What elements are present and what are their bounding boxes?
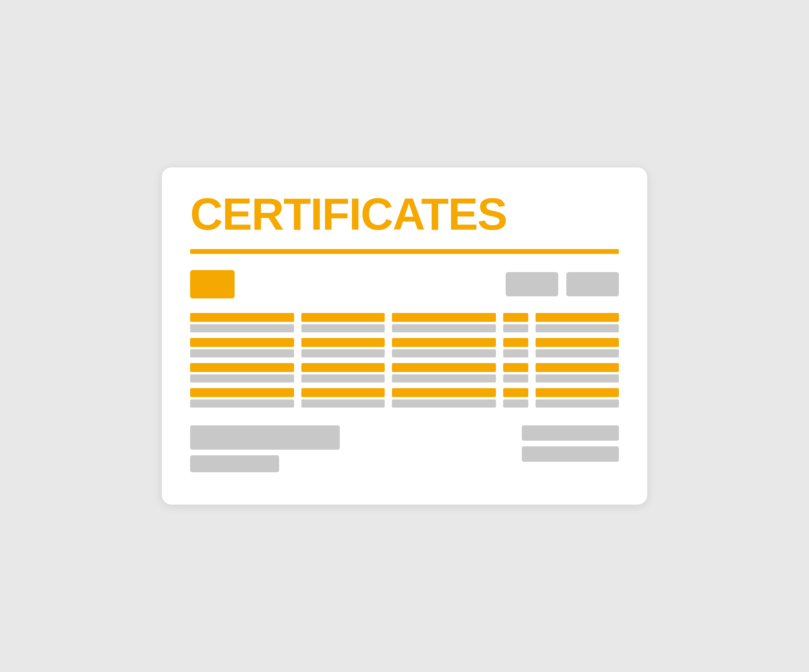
cell-bottom bbox=[503, 399, 528, 408]
cell-bottom bbox=[301, 399, 385, 408]
certificates-card: CERTIFICATES bbox=[162, 167, 647, 505]
cell-top bbox=[190, 388, 294, 397]
action-button-2[interactable] bbox=[566, 272, 619, 296]
cell-col1-row3 bbox=[190, 363, 294, 382]
cell-col4-row2 bbox=[503, 338, 528, 357]
header-divider bbox=[190, 249, 619, 254]
cell-top bbox=[301, 338, 385, 347]
table-row[interactable] bbox=[190, 363, 619, 382]
cell-col3-row1 bbox=[392, 313, 496, 332]
cell-top bbox=[536, 363, 619, 372]
info-block-secondary bbox=[190, 455, 279, 472]
cell-top bbox=[392, 363, 496, 372]
cell-bottom bbox=[301, 374, 385, 382]
cell-bottom bbox=[392, 349, 496, 357]
cell-top bbox=[503, 388, 528, 397]
cell-bottom bbox=[536, 374, 619, 382]
cell-bottom bbox=[503, 324, 528, 332]
cell-top bbox=[190, 338, 294, 347]
cell-col3-row4 bbox=[392, 388, 496, 408]
cell-col2-row1 bbox=[301, 313, 385, 332]
cell-top bbox=[190, 313, 294, 322]
toolbar-left bbox=[190, 270, 235, 298]
cell-top bbox=[301, 363, 385, 372]
cell-col1-row1 bbox=[190, 313, 294, 332]
cell-col3-row3 bbox=[392, 363, 496, 382]
cell-col2-row4 bbox=[301, 388, 385, 408]
certificates-table bbox=[190, 313, 619, 413]
info-block-primary bbox=[190, 425, 340, 450]
cell-top bbox=[392, 338, 496, 347]
action-button-1[interactable] bbox=[506, 272, 558, 296]
cell-top bbox=[503, 313, 528, 322]
detail-block-2 bbox=[522, 446, 619, 462]
cell-top bbox=[392, 313, 496, 322]
cell-top bbox=[503, 363, 528, 372]
add-button[interactable] bbox=[190, 270, 235, 298]
page-title: CERTIFICATES bbox=[190, 192, 619, 237]
bottom-left bbox=[190, 425, 340, 472]
cell-col1-row2 bbox=[190, 338, 294, 357]
cell-col5-row4 bbox=[536, 388, 619, 408]
cell-bottom bbox=[503, 349, 528, 357]
cell-top bbox=[301, 388, 385, 397]
bottom-right bbox=[522, 425, 619, 472]
cell-col5-row1 bbox=[536, 313, 619, 332]
cell-bottom bbox=[503, 374, 528, 382]
cell-top bbox=[503, 338, 528, 347]
cell-top bbox=[190, 363, 294, 372]
cell-bottom bbox=[536, 349, 619, 357]
cell-top bbox=[301, 313, 385, 322]
cell-top bbox=[536, 338, 619, 347]
cell-col3-row2 bbox=[392, 338, 496, 357]
toolbar bbox=[190, 270, 619, 298]
cell-col1-row4 bbox=[190, 388, 294, 408]
cell-bottom bbox=[536, 324, 619, 332]
cell-bottom bbox=[190, 374, 294, 382]
cell-bottom bbox=[190, 349, 294, 357]
cell-bottom bbox=[392, 399, 496, 408]
bottom-section bbox=[190, 425, 619, 472]
cell-col4-row1 bbox=[503, 313, 528, 332]
cell-col2-row3 bbox=[301, 363, 385, 382]
cell-top bbox=[392, 388, 496, 397]
cell-bottom bbox=[190, 399, 294, 408]
cell-top bbox=[536, 313, 619, 322]
cell-col2-row2 bbox=[301, 338, 385, 357]
cell-bottom bbox=[301, 349, 385, 357]
cell-bottom bbox=[190, 324, 294, 332]
cell-col5-row3 bbox=[536, 363, 619, 382]
cell-bottom bbox=[536, 399, 619, 408]
cell-bottom bbox=[301, 324, 385, 332]
table-row[interactable] bbox=[190, 313, 619, 332]
detail-block-1 bbox=[522, 425, 619, 441]
cell-bottom bbox=[392, 324, 496, 332]
cell-bottom bbox=[392, 374, 496, 382]
table-row[interactable] bbox=[190, 338, 619, 357]
cell-col4-row4 bbox=[503, 388, 528, 408]
table-row[interactable] bbox=[190, 388, 619, 408]
cell-col5-row2 bbox=[536, 338, 619, 357]
toolbar-right bbox=[506, 272, 619, 296]
cell-col4-row3 bbox=[503, 363, 528, 382]
cell-top bbox=[536, 388, 619, 397]
